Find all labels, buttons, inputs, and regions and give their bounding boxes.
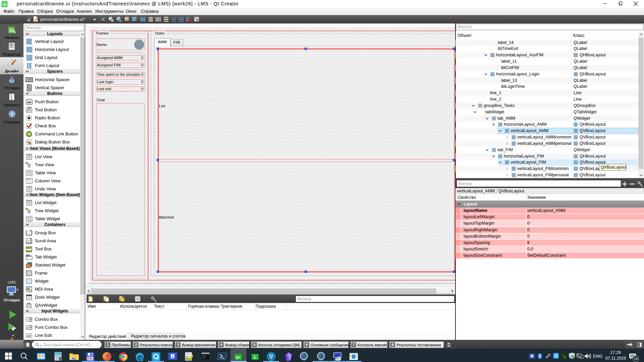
svg-text:123: 123 — [132, 18, 136, 20]
svg-text:AB: AB — [27, 335, 30, 337]
svg-text:QC: QC — [235, 355, 241, 359]
svg-text:b: b — [172, 355, 174, 358]
svg-text:?: ? — [10, 111, 13, 117]
svg-text:L: L — [254, 355, 256, 360]
svg-text:Qt: Qt — [2, 2, 7, 6]
svg-text:C:\: C:\ — [203, 355, 207, 357]
svg-text:OK: OK — [27, 101, 31, 104]
